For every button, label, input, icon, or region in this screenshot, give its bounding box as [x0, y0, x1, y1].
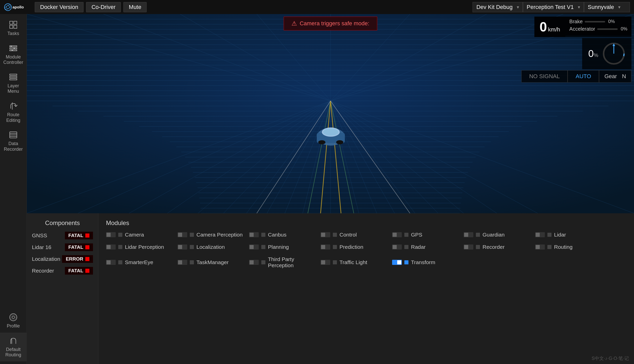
component-recorder: Recorder FATAL [32, 267, 93, 275]
transform-label: Transform [411, 259, 435, 265]
guardian-toggle[interactable] [464, 232, 473, 237]
guardian-label: Guardian [483, 232, 504, 238]
module-canbus: Canbus [249, 232, 321, 238]
camera-indicator [118, 233, 122, 237]
localization-label: Localization [32, 256, 60, 262]
svg-rect-5 [14, 21, 17, 24]
brake-accel-widget: Brake 0% Accelerator 0% [565, 17, 631, 36]
sidebar-item-tasks[interactable]: Tasks [0, 17, 27, 40]
module-camera: Camera [106, 232, 178, 238]
lidar-toggle[interactable] [535, 232, 545, 237]
lidar-perception-toggle[interactable] [106, 244, 116, 250]
svg-text:apollo: apollo [13, 5, 24, 9]
recorder-toggle[interactable] [464, 244, 473, 250]
speed-widget: 0 km/h [534, 17, 565, 37]
camera-perception-indicator [190, 233, 194, 237]
sidebar-item-route-editing[interactable]: RouteEditing [0, 98, 27, 127]
transform-toggle[interactable] [392, 260, 402, 265]
prediction-label: Prediction [339, 244, 363, 250]
alert-banner: ⚠ Camera triggers safe mode: [284, 17, 377, 30]
top-nav: apollo Docker Version Co-Driver Mute Dev… [0, 0, 634, 14]
svg-point-106 [323, 128, 338, 136]
steering-value: 0 [588, 48, 594, 59]
svg-point-11 [10, 45, 12, 47]
docker-version-button[interactable]: Docker Version [35, 2, 84, 12]
canbus-label: Canbus [268, 232, 286, 238]
steering-widget: 0 % [582, 38, 631, 69]
prediction-toggle[interactable] [321, 244, 330, 250]
smartereye-toggle[interactable] [106, 260, 116, 265]
sidebar-item-data-recorder[interactable]: DataRecorder [0, 127, 27, 156]
camera-toggle[interactable] [106, 232, 116, 237]
recorder-module-label: Recorder [483, 244, 504, 250]
gear-box: Gear N [599, 70, 631, 83]
planning-label: Planning [268, 244, 289, 250]
module-radar: Radar [392, 244, 464, 250]
control-toggle[interactable] [321, 232, 330, 237]
radar-toggle[interactable] [392, 244, 402, 250]
gear-label: Gear [604, 73, 617, 80]
accel-label: Accelerator [569, 26, 595, 32]
localization-dot [85, 257, 89, 261]
svg-point-12 [14, 48, 15, 49]
sidebar-item-profile[interactable]: Profile [0, 309, 27, 333]
module-third-party-perception: Third Party Perception [249, 256, 321, 268]
routing-indicator [547, 245, 551, 249]
planning-toggle[interactable] [249, 244, 259, 250]
alert-message: Camera triggers safe mode: [300, 20, 369, 27]
sidebar-profile-label: Profile [7, 323, 20, 329]
module-planning: Planning [249, 244, 321, 250]
mode-select[interactable]: Dev Kit Debug ▾ [473, 2, 523, 12]
watermark: S中文·♪·G·O·笔·记 [592, 355, 629, 361]
apollo-logo: apollo [4, 3, 27, 12]
planning-indicator [261, 245, 265, 249]
svg-point-13 [11, 50, 13, 51]
modules-title: Modules [106, 219, 626, 227]
brake-pct: 0% [608, 19, 615, 24]
routing-toggle[interactable] [535, 244, 545, 250]
sidebar-item-default-routing[interactable]: DefaultRouting [0, 333, 27, 361]
localization-toggle[interactable] [178, 244, 187, 250]
mute-button[interactable]: Mute [123, 2, 147, 12]
svg-rect-16 [10, 79, 17, 80]
module-gps: GPS [392, 232, 464, 238]
module-lidar: Lidar [535, 232, 607, 238]
svg-rect-15 [10, 76, 17, 78]
gear-value: N [622, 73, 626, 80]
third-party-toggle[interactable] [249, 260, 259, 265]
brake-label: Brake [569, 19, 583, 25]
modules-panel: Modules Camera Camera Perception Canbus [98, 213, 634, 364]
lidar-label: Lidar [554, 232, 566, 238]
signal-gear-widget: NO SIGNAL AUTO Gear N [521, 70, 631, 83]
traffic-light-toggle[interactable] [321, 260, 330, 265]
recorder-label: Recorder [32, 268, 54, 274]
map-select[interactable]: Perception Test V1 ▾ [523, 2, 584, 12]
smartereye-label: SmarterEye [125, 259, 153, 265]
gnss-status: FATAL [65, 232, 93, 239]
gps-label: GPS [411, 232, 422, 238]
bottom-panel: Components GNSS FATAL Lidar 16 FATAL Loc… [27, 213, 634, 364]
localization-indicator [190, 245, 194, 249]
recorder-indicator [476, 245, 480, 249]
module-transform: Transform [392, 256, 464, 268]
gps-toggle[interactable] [392, 232, 402, 237]
sidebar-item-module-controller[interactable]: ModuleController [0, 40, 27, 69]
svg-point-108 [336, 140, 343, 144]
brake-bar-bg [585, 21, 605, 22]
taskmanager-label: TaskManager [196, 259, 229, 265]
module-recorder: Recorder [464, 244, 535, 250]
module-localization: Localization [178, 244, 249, 250]
canbus-toggle[interactable] [249, 232, 259, 237]
sidebar-route-label: RouteEditing [6, 112, 20, 123]
traffic-light-indicator [333, 260, 337, 264]
camera-label: Camera [125, 232, 144, 238]
traffic-light-label: Traffic Light [339, 259, 367, 265]
scenario-select[interactable]: Sunnyvale ▾ [584, 2, 630, 12]
co-driver-button[interactable]: Co-Driver [86, 2, 121, 12]
routing-label: Routing [554, 244, 572, 250]
taskmanager-toggle[interactable] [178, 260, 187, 265]
camera-perception-toggle[interactable] [178, 232, 187, 237]
sidebar-item-layer-menu[interactable]: LayerMenu [0, 69, 27, 98]
camera-perception-label: Camera Perception [196, 232, 243, 238]
module-camera-perception: Camera Perception [178, 232, 249, 238]
